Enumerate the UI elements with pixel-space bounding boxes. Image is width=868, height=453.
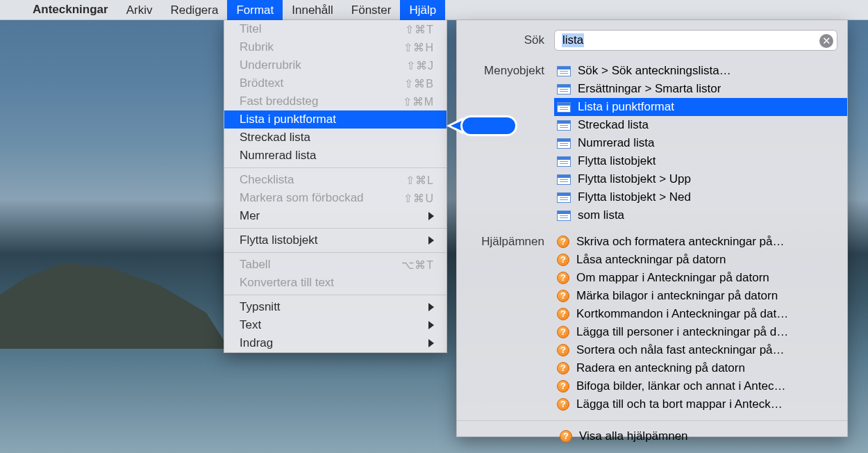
menu-arkiv[interactable]: Arkiv (117, 0, 162, 20)
help-topic-label: Lägga till personer i anteckningar på d… (576, 325, 788, 339)
help-topic-result[interactable]: ?Bifoga bilder, länkar och annat i Antec… (554, 377, 847, 395)
help-topic-icon: ? (557, 254, 569, 266)
help-topic-label: Kortkommandon i Anteckningar på dat… (576, 307, 788, 321)
help-search-row: Sök lista ✕ (457, 20, 847, 58)
app-menu[interactable]: Anteckningar (24, 3, 117, 17)
help-topic-result[interactable]: ?Lägga till och ta bort mappar i Anteck… (554, 395, 847, 413)
format-menu-item: Underrubrik⇧⌘J (224, 56, 446, 74)
help-view-all[interactable]: ? Visa alla hjälpämnen (457, 424, 847, 450)
menu-separator (224, 228, 446, 229)
help-topic-result[interactable]: ?Skriva och formatera anteckningar på… (554, 233, 847, 251)
clear-search-icon[interactable]: ✕ (819, 34, 833, 48)
help-topic-result[interactable]: ?Sortera och nåla fast anteckningar på… (554, 341, 847, 359)
help-result-label: Ersättningar > Smarta listor (578, 82, 721, 96)
help-result-label: Flytta listobjekt > Ned (578, 190, 691, 204)
help-topic-label: Radera en anteckning på datorn (576, 361, 745, 375)
format-menu-item[interactable]: Streckad lista (224, 129, 446, 147)
menu-item-label: Underrubrik (240, 58, 301, 72)
help-callout-arrow (448, 112, 517, 140)
help-search-input[interactable]: lista (562, 33, 584, 47)
help-result-label: Sök > Sök anteckningslista… (578, 64, 731, 78)
menu-separator (224, 167, 446, 168)
help-menu-result[interactable]: Ersättningar > Smarta listor (554, 80, 847, 98)
help-topic-icon: ? (557, 290, 569, 302)
help-section-topics: Hjälpämnen ?Skriva och formatera anteckn… (457, 229, 847, 418)
help-menu-result[interactable]: Numrerad lista (554, 134, 847, 152)
format-menu-item: Titel⇧⌘T (224, 20, 446, 38)
help-topic-icon: ? (557, 398, 569, 411)
menu-shortcut: ⇧⌘H (403, 41, 434, 54)
format-menu-item: Brödtext⇧⌘B (224, 74, 446, 92)
menu-result-icon (557, 102, 571, 113)
help-menu-result[interactable]: som lista (554, 206, 847, 224)
help-topic-result[interactable]: ?Om mappar i Anteckningar på datorn (554, 269, 847, 287)
submenu-arrow-icon (428, 236, 434, 245)
menu-item-label: Rubrik (240, 40, 274, 54)
help-menu-result[interactable]: Lista i punktformat (554, 98, 847, 116)
format-menu-item[interactable]: Indrag (224, 334, 446, 352)
menubar: Anteckningar Arkiv Redigera Format Inneh… (0, 0, 868, 20)
help-topic-result[interactable]: ?Låsa anteckningar på datorn (554, 251, 847, 269)
help-topic-label: Om mappar i Anteckningar på datorn (576, 271, 769, 285)
help-result-label: Flytta listobjekt > Upp (578, 172, 691, 186)
format-menu-item[interactable]: Text (224, 316, 446, 334)
menu-separator (224, 252, 446, 253)
help-result-label: Streckad lista (578, 118, 649, 132)
menu-result-icon (557, 84, 571, 94)
help-topic-label: Märka bilagor i anteckningar på datorn (576, 289, 778, 303)
help-topic-icon: ? (557, 344, 569, 356)
submenu-arrow-icon (428, 321, 434, 329)
help-topic-icon: ? (557, 326, 569, 338)
help-topic-result[interactable]: ?Kortkommandon i Anteckningar på dat… (554, 305, 847, 323)
menu-item-label: Checklista (240, 173, 294, 187)
format-menu-item: Rubrik⇧⌘H (224, 38, 446, 56)
menu-innehall[interactable]: Innehåll (283, 0, 342, 20)
format-menu-item[interactable]: Mer (224, 207, 446, 225)
menu-result-icon (557, 120, 571, 131)
help-topic-icon: ? (557, 380, 569, 393)
menu-item-label: Fast breddsteg (240, 94, 318, 108)
menu-result-icon (557, 174, 571, 185)
format-menu-item[interactable]: Numrerad lista (224, 147, 446, 165)
menu-format[interactable]: Format (227, 0, 283, 20)
format-menu-item: Fast breddsteg⇧⌘M (224, 92, 446, 110)
menu-item-label: Lista i punktformat (240, 113, 336, 126)
menu-item-label: Mer (240, 209, 260, 223)
help-menu-result[interactable]: Streckad lista (554, 116, 847, 134)
help-topic-result[interactable]: ?Radera en anteckning på datorn (554, 359, 847, 377)
format-menu-item: Konvertera till text (224, 274, 446, 292)
menu-item-label: Numrerad lista (240, 149, 317, 163)
help-menu-result[interactable]: Flytta listobjekt > Upp (554, 170, 847, 188)
menu-separator (224, 295, 446, 295)
menu-item-label: Text (240, 318, 261, 332)
help-topic-label: Lägga till och ta bort mappar i Anteck… (576, 397, 783, 411)
help-result-label: Lista i punktformat (578, 100, 674, 114)
help-topic-label: Sortera och nåla fast anteckningar på… (576, 343, 785, 357)
help-topic-label: Låsa anteckningar på datorn (576, 253, 726, 267)
format-menu-item[interactable]: Flytta listobjekt (224, 231, 446, 249)
menu-fonster[interactable]: Fönster (342, 0, 401, 20)
format-menu-item[interactable]: Typsnitt (224, 298, 446, 316)
menu-shortcut: ⌥⌘T (401, 258, 434, 272)
help-menu-result[interactable]: Flytta listobjekt (554, 152, 847, 170)
help-result-label: Numrerad lista (578, 136, 655, 150)
menu-result-icon (557, 211, 571, 221)
format-dropdown: Titel⇧⌘TRubrik⇧⌘HUnderrubrik⇧⌘JBrödtext⇧… (224, 20, 447, 353)
menu-item-label: Markera som förbockad (240, 191, 364, 205)
menu-shortcut: ⇧⌘J (406, 59, 434, 72)
help-panel: Sök lista ✕ Menyobjekt Sök > Sök anteckn… (456, 20, 848, 437)
format-menu-item[interactable]: Lista i punktformat (224, 110, 446, 129)
menu-item-label: Tabell (240, 258, 270, 272)
menu-hjalp[interactable]: Hjälp (400, 0, 445, 20)
help-topic-result[interactable]: ?Märka bilagor i anteckningar på datorn (554, 287, 847, 305)
help-menu-result[interactable]: Sök > Sök anteckningslista… (554, 62, 847, 80)
menu-redigera[interactable]: Redigera (161, 0, 227, 20)
help-search-box[interactable]: lista ✕ (554, 30, 837, 51)
help-topic-result[interactable]: ?Lägga till personer i anteckningar på d… (554, 323, 847, 341)
help-topic-icon: ? (560, 430, 572, 443)
menu-item-label: Flytta listobjekt (240, 233, 317, 247)
help-divider (457, 420, 847, 421)
help-menu-result[interactable]: Flytta listobjekt > Ned (554, 188, 847, 206)
menu-shortcut: ⇧⌘T (405, 23, 434, 36)
help-topic-label: Skriva och formatera anteckningar på… (576, 235, 785, 249)
